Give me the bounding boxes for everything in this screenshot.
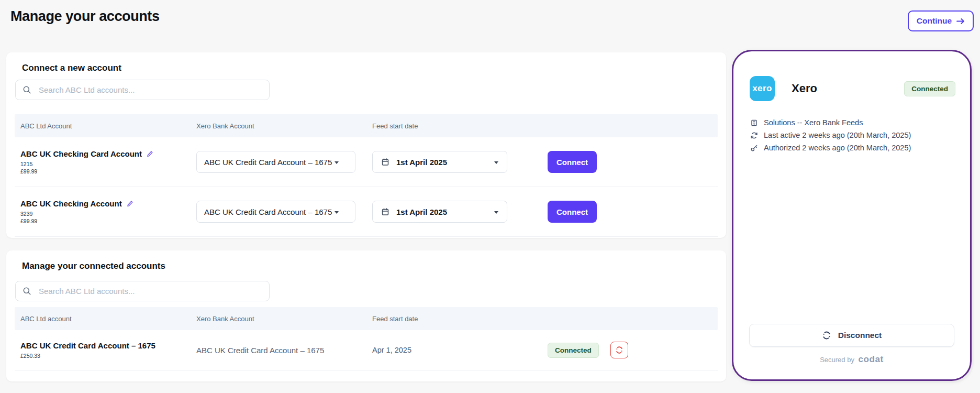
account-name: ABC UK Credit Card Account – 1675	[20, 341, 155, 350]
xero-account-select[interactable]: ABC UK Credit Card Account – 1675	[196, 201, 355, 223]
manage-search-box	[15, 281, 270, 301]
xero-account-select[interactable]: ABC UK Credit Card Account – 1675	[196, 151, 355, 173]
sync-icon	[750, 132, 758, 139]
chevron-down-icon	[335, 161, 339, 164]
column-xero-bank-account: Xero Bank Account	[196, 122, 372, 130]
feed-start-date-value: Apr 1, 2025	[372, 346, 548, 354]
integration-panel: xero Xero Connected Solutions -- Xero Ba…	[732, 50, 972, 381]
continue-label: Continue	[917, 16, 952, 26]
chevron-down-icon	[335, 211, 339, 214]
status-badge: Connected	[548, 343, 599, 358]
feed-start-date-picker[interactable]: 1st April 2025	[372, 151, 507, 173]
manage-section-title: Manage your connected accounts	[22, 261, 165, 271]
table-row: ABC UK Checking Card Account 1215 £99.99…	[15, 137, 718, 187]
manage-search-input[interactable]	[38, 286, 262, 296]
column-xero-bank-account: Xero Bank Account	[196, 315, 372, 323]
calendar-icon	[381, 208, 389, 216]
column-feed-start-date: Feed start date	[372, 122, 548, 130]
account-number: 1215	[20, 161, 196, 167]
calendar-icon	[381, 158, 389, 166]
connect-button[interactable]: Connect	[548, 201, 597, 223]
chevron-down-icon	[494, 161, 498, 164]
manage-table-header: ABC Ltd account Xero Bank Account Feed s…	[15, 307, 718, 330]
detail-text: Authorized 2 weeks ago (20th March, 2025…	[764, 144, 911, 152]
disconnect-label: Disconnect	[838, 331, 882, 340]
xero-account-value: ABC UK Credit Card Account – 1675	[196, 346, 372, 355]
search-icon	[23, 85, 31, 94]
column-abc-ltd-account: ABC Ltd account	[15, 315, 196, 323]
xero-account-selected-value: ABC UK Credit Card Account – 1675	[204, 158, 332, 167]
unlink-icon	[615, 346, 623, 354]
connect-table-header: ABC Ltd Account Xero Bank Account Feed s…	[15, 114, 718, 137]
connect-search-input[interactable]	[38, 85, 262, 95]
detail-solutions: Solutions -- Xero Bank Feeds	[750, 118, 960, 127]
account-balance: £99.99	[20, 168, 196, 174]
detail-authorized: Authorized 2 weeks ago (20th March, 2025…	[750, 144, 960, 152]
edit-icon[interactable]	[147, 150, 153, 157]
detail-text: Solutions -- Xero Bank Feeds	[764, 118, 863, 127]
arrow-right-icon	[956, 18, 965, 25]
account-name: ABC UK Checking Card Account	[20, 149, 142, 158]
xero-logo: xero	[750, 76, 775, 101]
column-feed-start-date: Feed start date	[372, 315, 548, 323]
search-icon	[23, 287, 31, 296]
account-balance: £99.99	[20, 218, 196, 224]
xero-account-selected-value: ABC UK Credit Card Account – 1675	[204, 208, 332, 216]
feed-start-date-value: 1st April 2025	[396, 208, 447, 216]
feed-start-date-picker[interactable]: 1st April 2025	[372, 201, 507, 223]
table-row: ABC UK Credit Card Account – 1675 £250.3…	[15, 330, 718, 370]
connect-section-title: Connect a new account	[22, 63, 121, 73]
account-number: 3239	[20, 211, 196, 217]
codat-logo: codat	[859, 354, 884, 364]
continue-button[interactable]: Continue	[908, 10, 974, 31]
secured-by-text: Secured by	[820, 356, 854, 364]
table-row: ABC UK Checking Account 3239 £99.99 ABC …	[15, 187, 718, 237]
account-name: ABC UK Checking Account	[20, 199, 122, 208]
connect-search-box	[15, 80, 270, 100]
key-icon	[750, 144, 758, 152]
secured-by: Secured by codat	[733, 354, 970, 365]
feed-start-date-value: 1st April 2025	[396, 158, 447, 167]
disconnect-button[interactable]: Disconnect	[749, 324, 954, 347]
account-balance: £250.33	[20, 353, 196, 359]
unlink-icon	[822, 331, 831, 340]
column-abc-ltd-account: ABC Ltd Account	[15, 122, 196, 130]
connection-status-badge: Connected	[904, 81, 955, 96]
disconnect-account-button[interactable]	[610, 342, 628, 358]
detail-text: Last active 2 weeks ago (20th March, 202…	[764, 131, 911, 139]
page-title: Manage your accounts	[10, 8, 160, 25]
connect-new-account-card: Connect a new account ABC Ltd Account Xe…	[6, 52, 726, 238]
integration-details: Solutions -- Xero Bank Feeds Last active…	[750, 118, 960, 156]
building-icon	[750, 119, 758, 127]
detail-last-active: Last active 2 weeks ago (20th March, 202…	[750, 131, 960, 139]
integration-name: Xero	[792, 82, 817, 95]
connect-button[interactable]: Connect	[548, 151, 597, 173]
edit-icon[interactable]	[127, 200, 133, 207]
manage-connected-accounts-card: Manage your connected accounts ABC Ltd a…	[6, 250, 726, 381]
chevron-down-icon	[494, 211, 498, 214]
